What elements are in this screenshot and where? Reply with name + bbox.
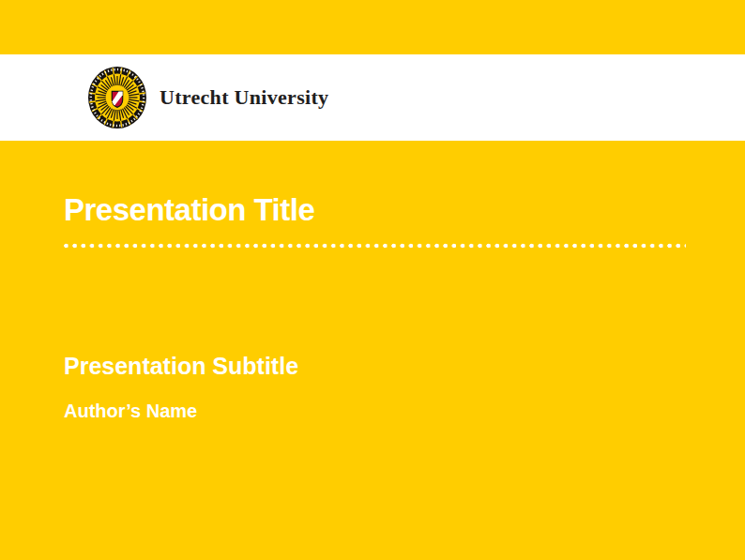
- university-logo: Utrecht University: [88, 67, 328, 129]
- university-wordmark: Utrecht University: [160, 85, 328, 110]
- author-name: Author’s Name: [64, 401, 197, 420]
- presentation-subtitle: Presentation Subtitle: [64, 355, 298, 378]
- title-underline-dots: [64, 243, 686, 249]
- utrecht-university-seal-icon: [88, 67, 146, 129]
- header-band: Utrecht University: [0, 54, 745, 141]
- presentation-title: Presentation Title: [64, 194, 314, 225]
- title-slide: Utrecht University Presentation Title Pr…: [0, 0, 745, 560]
